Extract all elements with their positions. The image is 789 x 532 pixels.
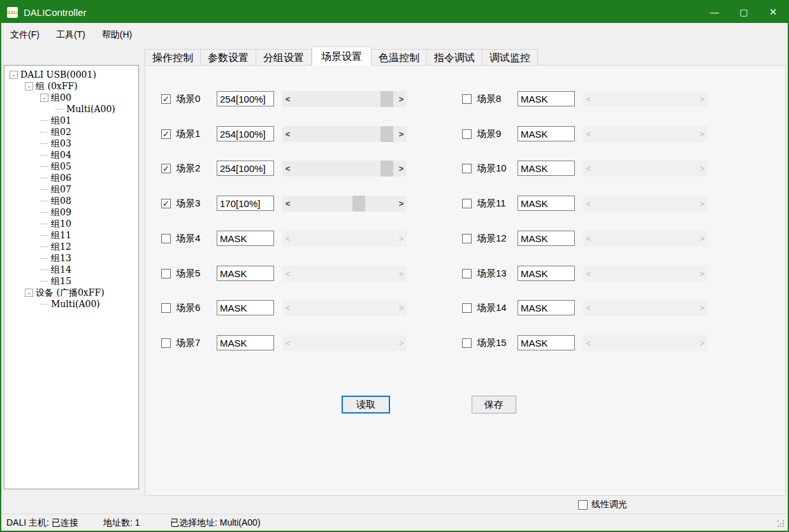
tree-item[interactable]: Multi(A00) bbox=[4, 103, 138, 115]
scroll-left-icon[interactable]: < bbox=[282, 161, 293, 176]
tree-item[interactable]: 组07 bbox=[4, 183, 138, 195]
tree-collapse-icon[interactable]: - bbox=[40, 94, 48, 102]
tree-item[interactable]: 组11 bbox=[4, 229, 138, 241]
tree-connector bbox=[40, 178, 48, 178]
close-icon[interactable]: ✕ bbox=[758, 1, 788, 23]
menu-item-0[interactable]: 文件(F) bbox=[3, 26, 47, 44]
scene-15-value-input[interactable] bbox=[518, 335, 575, 350]
scene-7-value-input[interactable] bbox=[217, 335, 274, 350]
tree-collapse-icon[interactable]: - bbox=[25, 289, 33, 297]
scene-1-level-scrollbar[interactable]: <> bbox=[282, 126, 407, 142]
window-title: DALIController bbox=[24, 7, 86, 18]
scene-12-checkbox[interactable] bbox=[462, 234, 472, 243]
scene-5-value-input[interactable] bbox=[217, 266, 274, 281]
scroll-right-icon[interactable]: > bbox=[396, 91, 407, 107]
tree-item[interactable]: 组05 bbox=[4, 161, 138, 172]
scene-1-checkbox[interactable]: ✓ bbox=[161, 129, 171, 139]
tree-item[interactable]: 组08 bbox=[4, 195, 138, 206]
scroll-right-icon: > bbox=[697, 91, 707, 107]
tree-item[interactable]: 组03 bbox=[4, 138, 138, 149]
tree-item[interactable]: -设备 (广播0xFF) bbox=[4, 287, 138, 298]
tab-2[interactable]: 分组设置 bbox=[256, 49, 312, 66]
scroll-right-icon[interactable]: > bbox=[396, 161, 407, 176]
tree-collapse-icon[interactable]: - bbox=[10, 71, 18, 79]
tab-4[interactable]: 色温控制 bbox=[372, 49, 427, 66]
scene-10-value-input[interactable] bbox=[518, 161, 575, 176]
tree-item[interactable]: -组00 bbox=[4, 92, 138, 103]
maximize-icon[interactable]: ▢ bbox=[729, 1, 758, 23]
tree-collapse-icon[interactable]: - bbox=[25, 82, 33, 90]
scene-5-checkbox[interactable] bbox=[161, 269, 171, 278]
scene-8-checkbox[interactable] bbox=[462, 94, 472, 104]
scene-0-value-input[interactable] bbox=[217, 91, 274, 106]
scene-2-level-scrollbar[interactable]: <> bbox=[282, 161, 407, 176]
tree-item[interactable]: 组09 bbox=[4, 206, 138, 218]
scene-4-value-input[interactable] bbox=[217, 231, 274, 246]
scene-11-checkbox[interactable] bbox=[462, 199, 472, 208]
scene-6-value-input[interactable] bbox=[217, 300, 274, 315]
scene-3-checkbox[interactable]: ✓ bbox=[161, 199, 171, 208]
minimize-icon[interactable]: — bbox=[700, 1, 729, 23]
scene-3-value-input[interactable] bbox=[217, 196, 274, 211]
tree-item[interactable]: 组04 bbox=[4, 149, 138, 161]
tab-1[interactable]: 参数设置 bbox=[201, 49, 256, 66]
menu-item-1[interactable]: 工具(T) bbox=[48, 26, 93, 44]
scene-9-value-input[interactable] bbox=[518, 126, 575, 141]
tree-item[interactable]: 组15 bbox=[4, 275, 138, 287]
scene-4-checkbox[interactable] bbox=[161, 234, 171, 243]
linear-dimming-label: 线性调光 bbox=[591, 499, 627, 510]
tree-item[interactable]: Multi(A00) bbox=[4, 298, 138, 310]
scene-2-value-input[interactable] bbox=[217, 161, 274, 176]
scroll-left-icon[interactable]: < bbox=[282, 126, 293, 142]
resize-grip-icon[interactable] bbox=[778, 521, 785, 528]
scene-0-level-scrollbar[interactable]: <> bbox=[282, 91, 407, 107]
scene-14-value-input[interactable] bbox=[518, 300, 575, 315]
tree-item[interactable]: -DALI USB(0001) bbox=[4, 69, 138, 80]
scene-14-checkbox[interactable] bbox=[462, 303, 472, 313]
scene-15-checkbox[interactable] bbox=[462, 338, 472, 348]
scroll-right-icon[interactable]: > bbox=[396, 126, 407, 142]
scrollbar-thumb[interactable] bbox=[380, 126, 393, 142]
scroll-left-icon[interactable]: < bbox=[282, 91, 293, 107]
tree-item[interactable]: 组13 bbox=[4, 252, 138, 264]
menu-item-2[interactable]: 帮助(H) bbox=[94, 26, 140, 44]
scene-2-checkbox[interactable]: ✓ bbox=[161, 164, 171, 173]
scene-9-level-scrollbar: <> bbox=[583, 126, 707, 142]
scene-6-checkbox[interactable] bbox=[161, 303, 171, 313]
scene-11-value-input[interactable] bbox=[518, 196, 575, 211]
tree-item[interactable]: 组14 bbox=[4, 264, 138, 275]
tree-item[interactable]: 组06 bbox=[4, 172, 138, 183]
scene-row-0: ✓场景0<> bbox=[161, 90, 407, 108]
scene-0-checkbox[interactable]: ✓ bbox=[161, 94, 171, 104]
scroll-left-icon[interactable]: < bbox=[282, 196, 293, 212]
tab-0[interactable]: 操作控制 bbox=[145, 49, 201, 66]
scroll-right-icon[interactable]: > bbox=[396, 196, 407, 212]
tree-item[interactable]: 组10 bbox=[4, 218, 138, 229]
tab-6[interactable]: 调试监控 bbox=[482, 49, 538, 66]
scrollbar-thumb[interactable] bbox=[352, 196, 365, 212]
scene-7-checkbox[interactable] bbox=[161, 338, 171, 348]
tree-item[interactable]: -组 (0xFF) bbox=[4, 80, 138, 92]
scene-13-checkbox[interactable] bbox=[462, 269, 472, 278]
tree-item[interactable]: 组02 bbox=[4, 126, 138, 138]
scrollbar-thumb[interactable] bbox=[380, 161, 393, 176]
tab-5[interactable]: 指令调试 bbox=[427, 49, 482, 66]
tree-item[interactable]: 组01 bbox=[4, 115, 138, 126]
tree-item[interactable]: 组12 bbox=[4, 241, 138, 252]
scene-13-value-input[interactable] bbox=[518, 266, 575, 281]
tree-item-label: 组07 bbox=[51, 183, 71, 195]
scene-3-level-scrollbar[interactable]: <> bbox=[282, 196, 407, 212]
scene-12-value-input[interactable] bbox=[518, 231, 575, 246]
save-button[interactable]: 保存 bbox=[472, 396, 516, 413]
tree-item-label: 组06 bbox=[51, 172, 71, 183]
linear-dimming-checkbox[interactable] bbox=[578, 500, 588, 510]
scene-row-5: 场景5<> bbox=[161, 264, 407, 282]
scrollbar-thumb[interactable] bbox=[380, 91, 393, 107]
scene-1-value-input[interactable] bbox=[217, 126, 274, 141]
scroll-left-icon: < bbox=[583, 196, 594, 212]
tab-3[interactable]: 场景设置 bbox=[312, 47, 372, 66]
scene-10-checkbox[interactable] bbox=[462, 164, 472, 173]
read-button[interactable]: 读取 bbox=[342, 396, 390, 413]
scene-8-value-input[interactable] bbox=[518, 91, 575, 106]
scene-9-checkbox[interactable] bbox=[462, 129, 472, 139]
